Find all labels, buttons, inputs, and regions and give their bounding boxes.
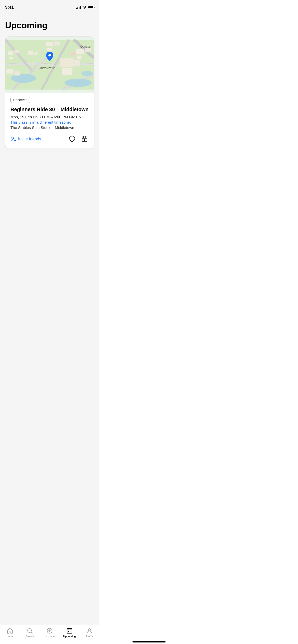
search-icon <box>26 627 33 634</box>
svg-rect-14 <box>60 58 74 67</box>
tab-upgrade-label: Upgrade <box>45 635 55 638</box>
calendar-icon <box>66 627 73 634</box>
svg-rect-8 <box>46 42 53 47</box>
svg-rect-17 <box>6 69 13 74</box>
svg-rect-13 <box>77 55 82 59</box>
calendar-add-icon <box>81 136 88 142</box>
svg-point-24 <box>48 54 51 56</box>
home-icon <box>7 627 13 634</box>
timezone-note: This class is in a different timezone. <box>10 120 89 124</box>
tab-upcoming[interactable]: Upcoming <box>60 627 79 638</box>
page-title: Upcoming <box>5 20 94 30</box>
status-time: 9:41 <box>5 5 14 10</box>
svg-rect-16 <box>74 60 80 66</box>
tab-bar: Home Search Upgrade Upcoming Profile <box>0 625 99 644</box>
invite-friends-icon <box>10 136 17 142</box>
reserved-badge: Reserved <box>10 97 30 103</box>
signal-icon <box>76 6 81 9</box>
svg-rect-19 <box>28 51 33 54</box>
svg-rect-9 <box>54 41 60 46</box>
svg-rect-21 <box>71 52 76 55</box>
event-map[interactable]: Odessa Middletown <box>5 37 94 93</box>
svg-rect-15 <box>62 68 72 75</box>
svg-rect-7 <box>9 57 13 60</box>
event-datetime: Mon, 19 Feb • 5:30 PM – 6:00 PM GMT-5 <box>10 115 89 119</box>
svg-rect-11 <box>76 49 84 54</box>
card-actions: Invite friends <box>10 135 89 143</box>
calendar-add-button[interactable] <box>80 135 89 143</box>
wifi-icon <box>82 6 86 9</box>
svg-rect-6 <box>15 50 19 53</box>
svg-point-25 <box>12 137 14 139</box>
event-title: Beginners Ride 30 – Middletown <box>10 106 89 113</box>
svg-rect-30 <box>68 631 69 632</box>
tab-search-label: Search <box>26 635 34 638</box>
svg-rect-18 <box>15 71 20 76</box>
battery-icon <box>88 6 94 9</box>
event-location: The Stables Spin Studio - Middletown <box>10 125 89 130</box>
event-card: Odessa Middletown Reserved Beginners <box>5 36 94 149</box>
svg-text:Middletown: Middletown <box>39 66 56 70</box>
svg-point-31 <box>88 628 91 631</box>
favorite-button[interactable] <box>67 135 76 143</box>
action-icons <box>67 135 89 143</box>
svg-point-3 <box>64 79 92 87</box>
card-body: Reserved Beginners Ride 30 – Middletown … <box>5 93 94 149</box>
tab-upgrade[interactable]: Upgrade <box>40 627 60 638</box>
tab-upcoming-label: Upcoming <box>63 635 76 638</box>
invite-friends-button[interactable]: Invite friends <box>10 136 41 142</box>
status-bar: 9:41 <box>0 0 99 11</box>
heart-icon <box>69 136 75 142</box>
tab-profile[interactable]: Profile <box>79 627 99 638</box>
svg-rect-12 <box>85 48 91 52</box>
svg-text:Odessa: Odessa <box>80 45 91 48</box>
tab-search[interactable]: Search <box>20 627 40 638</box>
svg-rect-29 <box>67 628 72 633</box>
tab-profile-label: Profile <box>86 635 93 638</box>
plus-circle-icon <box>46 627 53 634</box>
profile-icon <box>86 627 93 634</box>
map-pin <box>46 52 53 61</box>
svg-rect-20 <box>34 52 38 55</box>
invite-friends-label: Invite friends <box>18 137 41 141</box>
tab-home-label: Home <box>7 635 13 638</box>
svg-rect-10 <box>47 48 52 51</box>
status-icons <box>76 6 94 9</box>
svg-point-4 <box>82 71 93 76</box>
svg-rect-5 <box>8 51 13 55</box>
tab-home[interactable]: Home <box>0 627 20 638</box>
